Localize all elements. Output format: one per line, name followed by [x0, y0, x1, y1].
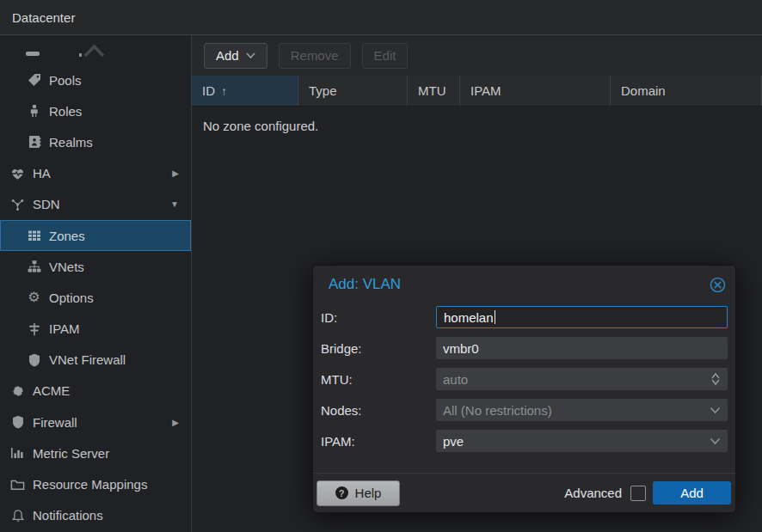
sidebar-item-acme[interactable]: ACME — [0, 376, 191, 407]
chevron-up-icon — [83, 43, 105, 60]
mtu-field-label: MTU: — [321, 372, 436, 387]
sidebar-item-label: IPAM — [49, 321, 80, 336]
partial-icon — [26, 52, 40, 56]
sidebar-item-sdn[interactable]: SDN▼ — [0, 189, 191, 220]
add-button[interactable]: Add — [204, 43, 267, 69]
sidebar-item-label: Resource Mappings — [33, 477, 147, 492]
chevron-down-icon[interactable] — [710, 407, 721, 414]
seal-icon — [10, 383, 25, 398]
sidebar: PoolsRolesRealmsHA▶SDN▼ZonesVNets⚙Option… — [0, 35, 192, 532]
grid-icon — [27, 229, 41, 243]
chevron-down-icon[interactable] — [710, 437, 721, 445]
top-bar: Datacenter — [0, 0, 762, 35]
advanced-label: Advanced — [564, 486, 622, 500]
sidebar-item-zones[interactable]: Zones — [0, 220, 191, 251]
text-cursor — [495, 310, 495, 324]
dialog-footer: ? Help Advanced Add — [313, 473, 735, 512]
sidebar-item-label: Pools — [49, 73, 82, 88]
heartbeat-icon — [10, 166, 25, 180]
dialog-header: Add: VLAN — [313, 266, 735, 303]
person-icon — [27, 104, 41, 119]
add-submit-button[interactable]: Add — [653, 481, 731, 504]
edit-button[interactable]: Edit — [362, 43, 409, 69]
gear-icon: ⚙ — [27, 290, 41, 305]
sidebar-item-partial[interactable] — [0, 35, 191, 64]
column-header-type[interactable]: Type — [298, 76, 408, 106]
sidebar-item-label: Notifications — [33, 508, 103, 523]
sidebar-item-firewall[interactable]: Firewall▶ — [0, 407, 191, 437]
sidebar-item-label: Realms — [49, 135, 93, 150]
question-circle-icon: ? — [335, 486, 348, 499]
sidebar-item-resource-mappings[interactable]: Resource Mappings — [0, 468, 191, 499]
nodes-combo[interactable]: All (No restrictions) — [436, 399, 728, 421]
bridge-field-label: Bridge: — [321, 341, 436, 356]
sidebar-item-label: Roles — [49, 104, 82, 119]
column-header-label: MTU — [418, 83, 446, 98]
close-icon[interactable] — [710, 277, 726, 293]
empty-table-message: No zone configured. — [192, 107, 762, 133]
id-field-label: ID: — [321, 310, 436, 325]
sidebar-item-label: HA — [33, 166, 51, 180]
bar-chart-icon — [10, 446, 25, 461]
sidebar-item-label: Firewall — [33, 415, 77, 430]
page-title: Datacenter — [12, 10, 75, 25]
remove-button[interactable]: Remove — [279, 43, 351, 69]
sidebar-item-label: ACME — [33, 383, 70, 398]
toolbar: Add Remove Edit — [192, 35, 762, 76]
sidebar-item-ipam[interactable]: IPAM — [0, 314, 191, 345]
table-header: ID↑TypeMTUIPAMDomain — [192, 76, 762, 107]
sitemap-icon — [27, 260, 41, 274]
ipam-combo[interactable]: pve — [436, 430, 728, 452]
sort-ascending-icon: ↑ — [221, 84, 227, 98]
mtu-spinner[interactable]: auto — [436, 368, 728, 390]
help-button[interactable]: ? Help — [316, 480, 400, 506]
advanced-checkbox[interactable] — [630, 486, 646, 501]
sidebar-item-vnet-firewall[interactable]: VNet Firewall — [0, 345, 191, 376]
sidebar-item-label: VNets — [49, 260, 84, 274]
id-input[interactable]: homelan — [436, 306, 728, 328]
sidebar-item-label: VNet Firewall — [49, 352, 126, 367]
sidebar-item-pools[interactable]: Pools — [0, 64, 191, 95]
spinner-up-down-icon[interactable] — [710, 372, 721, 386]
sidebar-item-metric-server[interactable]: Metric Server — [0, 437, 191, 468]
add-vlan-dialog: Add: VLAN ID: homelan Bridge: vmbr0 MTU: — [312, 265, 736, 513]
sidebar-item-label: Zones — [49, 229, 85, 243]
nodes-field-label: Nodes: — [321, 403, 436, 418]
column-header-label: ID — [202, 83, 215, 98]
shield-icon — [27, 352, 41, 367]
chevron-right-icon[interactable]: ▶ — [172, 168, 179, 178]
folder-icon — [10, 477, 25, 492]
column-header-ipam[interactable]: IPAM — [460, 76, 611, 106]
shield-icon — [10, 415, 25, 430]
sliders-icon — [27, 321, 41, 336]
sidebar-item-vnets[interactable]: VNets — [0, 251, 191, 282]
column-header-id[interactable]: ID↑ — [192, 76, 298, 106]
column-header-label: Type — [309, 83, 337, 98]
sidebar-item-label: Options — [49, 290, 94, 305]
column-header-label: IPAM — [470, 83, 501, 98]
chevron-right-icon[interactable]: ▶ — [172, 418, 179, 427]
tag-icon — [27, 73, 41, 88]
bell-icon — [10, 508, 25, 523]
column-header-mtu[interactable]: MTU — [408, 76, 460, 106]
column-header-label: Domain — [621, 83, 666, 98]
network-icon — [10, 197, 25, 211]
sidebar-item-label: SDN — [33, 197, 60, 211]
sidebar-item-options[interactable]: ⚙Options — [0, 282, 191, 313]
chevron-down-icon — [246, 52, 255, 58]
chevron-down-icon[interactable]: ▼ — [170, 199, 179, 209]
sidebar-item-ha[interactable]: HA▶ — [0, 158, 191, 189]
address-book-icon — [27, 135, 41, 150]
dialog-title: Add: VLAN — [329, 276, 401, 293]
sidebar-item-roles[interactable]: Roles — [0, 95, 191, 126]
column-header-domain[interactable]: Domain — [611, 76, 762, 106]
sidebar-item-label: Metric Server — [33, 446, 109, 461]
sidebar-item-realms[interactable]: Realms — [0, 126, 191, 157]
sidebar-item-notifications[interactable]: Notifications — [0, 500, 191, 531]
partial-text-fragment — [79, 53, 82, 57]
ipam-field-label: IPAM: — [321, 434, 436, 449]
dialog-body: ID: homelan Bridge: vmbr0 MTU: auto Node… — [313, 306, 735, 452]
bridge-input[interactable]: vmbr0 — [436, 337, 728, 359]
